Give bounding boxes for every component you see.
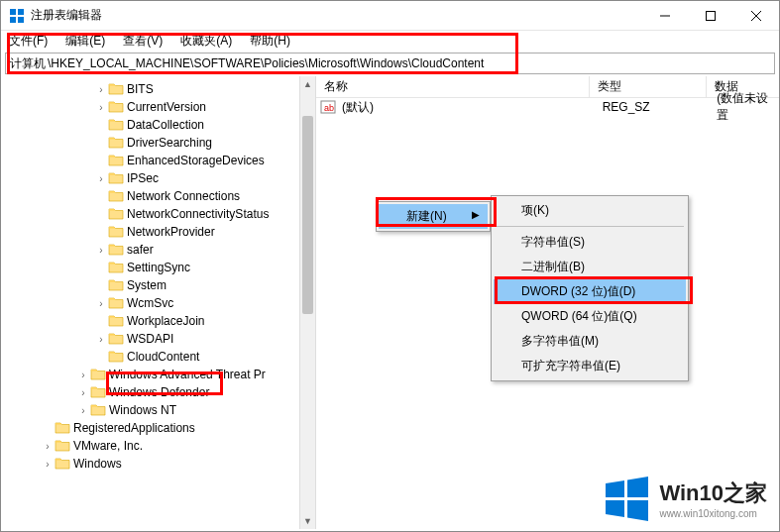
- list-row[interactable]: (默认)REG_SZ(数值未设置: [316, 98, 779, 116]
- folder-icon: [108, 332, 124, 346]
- tree-node[interactable]: ›safer: [5, 241, 315, 259]
- content-area: ›BITS›CurrentVersion·DataCollection·Driv…: [1, 76, 779, 529]
- menu-view[interactable]: 查看(V): [119, 31, 167, 52]
- tree-node-label: CurrentVersion: [127, 100, 206, 114]
- tree-node[interactable]: ·EnhancedStorageDevices: [5, 152, 315, 169]
- tree-node-label: EnhancedStorageDevices: [127, 154, 265, 167]
- chevron-right-icon[interactable]: ›: [94, 334, 108, 345]
- chevron-right-icon[interactable]: ›: [94, 298, 108, 309]
- svg-rect-1: [18, 9, 24, 15]
- watermark: Win10之家 www.win10xitong.com: [602, 474, 767, 523]
- tree-node-label: DriverSearching: [127, 136, 212, 150]
- scroll-down-icon[interactable]: ▼: [300, 513, 315, 529]
- minimize-button[interactable]: [642, 1, 688, 31]
- tree-node-label: IPSec: [127, 171, 159, 185]
- tree-node-label: Network Connections: [127, 189, 240, 203]
- tree-node[interactable]: ·SettingSync: [5, 259, 315, 276]
- scroll-thumb[interactable]: [302, 116, 313, 314]
- menu-help[interactable]: 帮助(H): [246, 31, 294, 52]
- folder-icon: [108, 296, 124, 310]
- tree-twisty: ·: [41, 423, 55, 434]
- tree-node[interactable]: ›Windows NT: [5, 401, 315, 419]
- chevron-right-icon[interactable]: ›: [76, 370, 90, 380]
- tree-node[interactable]: ›WSDAPI: [5, 330, 315, 348]
- tree-node[interactable]: ·DataCollection: [5, 116, 315, 134]
- tree-node[interactable]: ·System: [5, 276, 315, 294]
- folder-icon: [90, 403, 106, 417]
- chevron-right-icon[interactable]: ›: [41, 441, 55, 452]
- tree-twisty: ·: [94, 316, 108, 327]
- close-button[interactable]: [733, 1, 779, 31]
- folder-icon: [108, 154, 124, 167]
- chevron-right-icon[interactable]: ›: [94, 245, 108, 256]
- tree-node-label: NetworkConnectivityStatus: [127, 207, 269, 221]
- tree-node[interactable]: ›Windows Advanced Threat Pr: [5, 366, 315, 383]
- submenu-arrow-icon: ▶: [472, 209, 480, 220]
- menu-file[interactable]: 文件(F): [5, 31, 52, 52]
- tree-node[interactable]: ›WcmSvc: [5, 294, 315, 312]
- chevron-right-icon[interactable]: ›: [94, 173, 108, 184]
- tree-node[interactable]: ·RegisteredApplications: [5, 419, 315, 437]
- tree-node-label: WcmSvc: [127, 296, 173, 310]
- chevron-right-icon[interactable]: ›: [76, 405, 90, 416]
- submenu-item-binary[interactable]: 二进制值(B): [494, 255, 686, 279]
- submenu-item-key[interactable]: 项(K): [494, 198, 686, 223]
- tree-node-label: DataCollection: [127, 118, 204, 132]
- menu-favorites[interactable]: 收藏夹(A): [176, 31, 236, 52]
- tree-twisty: ·: [94, 352, 108, 363]
- menu-bar: 文件(F) 编辑(E) 查看(V) 收藏夹(A) 帮助(H): [1, 31, 779, 51]
- menu-edit[interactable]: 编辑(E): [61, 31, 109, 52]
- chevron-right-icon[interactable]: ›: [94, 102, 108, 113]
- tree-node[interactable]: ›VMware, Inc.: [5, 437, 315, 455]
- chevron-right-icon[interactable]: ›: [94, 84, 108, 95]
- submenu-separator: [496, 226, 684, 227]
- tree-node[interactable]: ›Windows Defender: [5, 383, 315, 401]
- tree-node[interactable]: ·CloudContent: [5, 348, 315, 366]
- tree-node[interactable]: ·Network Connections: [5, 187, 315, 205]
- svg-marker-9: [627, 477, 648, 497]
- tree-node-label: Windows Advanced Threat Pr: [109, 368, 266, 381]
- col-name[interactable]: 名称: [316, 76, 590, 97]
- tree-node-label: RegisteredApplications: [73, 421, 195, 435]
- submenu-item-multi[interactable]: 多字符串值(M): [494, 329, 686, 354]
- scroll-up-icon[interactable]: ▲: [300, 76, 315, 92]
- value-name: (默认): [340, 99, 603, 116]
- folder-icon: [108, 100, 124, 114]
- maximize-button[interactable]: [688, 1, 733, 31]
- tree-twisty: ·: [94, 191, 108, 202]
- chevron-right-icon[interactable]: ›: [41, 459, 55, 470]
- submenu-item-string[interactable]: 字符串值(S): [494, 230, 686, 255]
- folder-icon: [55, 457, 70, 471]
- tree-node-label: CloudContent: [127, 350, 199, 364]
- col-type[interactable]: 类型: [590, 76, 707, 97]
- tree-node-label: SettingSync: [127, 261, 190, 274]
- tree-node-label: BITS: [127, 82, 154, 96]
- tree-scrollbar[interactable]: ▲ ▼: [299, 76, 315, 529]
- address-bar[interactable]: 计算机 \HKEY_LOCAL_MACHINE\SOFTWARE\Policie…: [5, 53, 775, 74]
- address-host: 计算机: [10, 55, 46, 72]
- watermark-url: www.win10xitong.com: [659, 508, 767, 519]
- tree-node-label: safer: [127, 243, 154, 257]
- chevron-right-icon[interactable]: ›: [76, 387, 90, 398]
- tree-node[interactable]: ›IPSec: [5, 169, 315, 187]
- folder-icon: [108, 261, 124, 274]
- tree-twisty: ·: [94, 280, 108, 291]
- context-item-new[interactable]: 新建(N) ▶: [379, 204, 488, 229]
- folder-icon: [108, 118, 124, 132]
- submenu-item-dword[interactable]: DWORD (32 位)值(D): [494, 279, 686, 304]
- submenu-item-expand[interactable]: 可扩充字符串值(E): [494, 354, 686, 378]
- tree-node[interactable]: ›Windows: [5, 455, 315, 473]
- tree-node[interactable]: ·NetworkProvider: [5, 223, 315, 241]
- folder-icon: [55, 439, 70, 453]
- tree-node[interactable]: ·NetworkConnectivityStatus: [5, 205, 315, 223]
- submenu-item-qword[interactable]: QWORD (64 位)值(Q): [494, 304, 686, 329]
- svg-rect-5: [707, 11, 716, 20]
- tree-node[interactable]: ›CurrentVersion: [5, 98, 315, 116]
- tree-node[interactable]: ·WorkplaceJoin: [5, 312, 315, 330]
- context-menu-new: 新建(N) ▶: [376, 201, 491, 232]
- tree-node[interactable]: ·DriverSearching: [5, 134, 315, 152]
- folder-icon: [108, 243, 124, 257]
- tree-node[interactable]: ›BITS: [5, 80, 315, 98]
- tree-twisty: ·: [94, 263, 108, 273]
- svg-marker-11: [627, 500, 648, 521]
